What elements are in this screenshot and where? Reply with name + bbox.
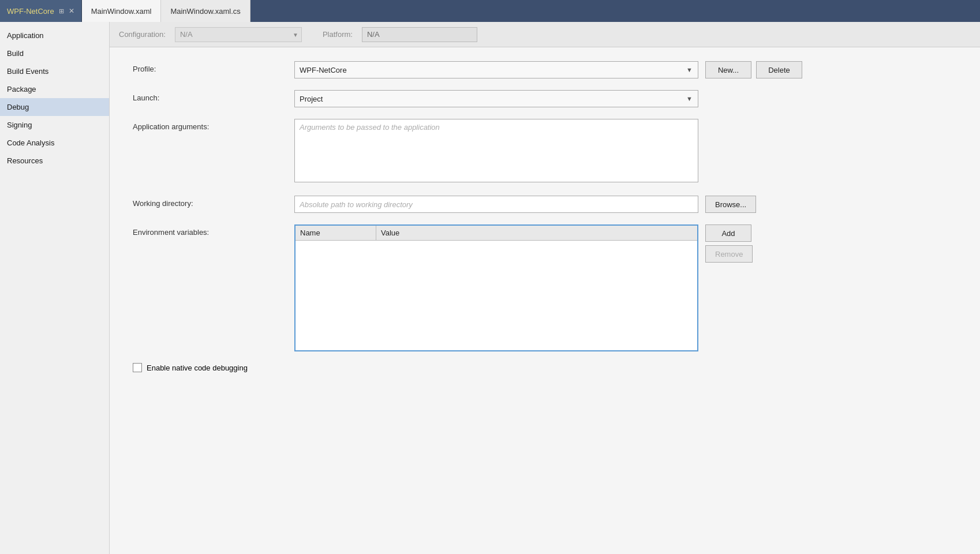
env-vars-control: Name Value — [294, 224, 698, 351]
browse-button[interactable]: Browse... — [705, 196, 756, 213]
platform-label: Platform: — [323, 30, 353, 39]
app-args-row: Application arguments: — [133, 119, 957, 184]
env-table: Name Value — [294, 224, 698, 351]
sidebar-item-application[interactable]: Application — [0, 27, 109, 44]
working-dir-row: Working directory: Browse... — [133, 196, 957, 213]
launch-control: Project — [294, 90, 698, 107]
project-tab[interactable]: WPF-NetCore ⊞ ✕ — [0, 0, 82, 22]
launch-label: Launch: — [133, 90, 294, 102]
app-args-control — [294, 119, 698, 184]
configuration-select-wrap: N/A — [175, 27, 302, 42]
launch-row: Launch: Project — [133, 90, 957, 107]
working-dir-control — [294, 196, 698, 213]
sidebar-item-code-analysis[interactable]: Code Analysis — [0, 134, 109, 152]
env-table-body[interactable] — [296, 241, 697, 350]
project-tab-label: WPF-NetCore — [7, 7, 54, 16]
profile-label: Profile: — [133, 61, 294, 73]
configuration-select[interactable]: N/A — [175, 27, 302, 42]
sidebar-item-build-events[interactable]: Build Events — [0, 62, 109, 80]
app-args-input[interactable] — [294, 119, 698, 182]
env-col-name-header: Name — [296, 226, 376, 240]
close-icon[interactable]: ✕ — [69, 7, 74, 15]
profile-actions: New... Delete — [705, 61, 802, 78]
tab-mainwindow-xaml[interactable]: MainWindow.xaml — [82, 0, 162, 22]
sidebar-item-build[interactable]: Build — [0, 44, 109, 62]
env-vars-actions: Add Remove — [705, 224, 753, 263]
env-table-header: Name Value — [296, 226, 697, 241]
env-vars-row: Environment variables: Name Value Add Re… — [133, 224, 957, 351]
sidebar-item-package[interactable]: Package — [0, 80, 109, 98]
working-dir-actions: Browse... — [705, 196, 756, 213]
env-vars-label: Environment variables: — [133, 224, 294, 237]
tab-bar: WPF-NetCore ⊞ ✕ MainWindow.xaml MainWind… — [0, 0, 980, 22]
tab-mainwindow-xaml-cs[interactable]: MainWindow.xaml.cs — [161, 0, 250, 22]
remove-button[interactable]: Remove — [705, 245, 753, 263]
platform-value: N/A — [362, 27, 477, 42]
working-dir-input[interactable] — [294, 196, 698, 213]
form-content: Profile: WPF-NetCore New... Delete Launc… — [110, 47, 980, 386]
native-debug-checkbox[interactable] — [133, 363, 142, 372]
sidebar: Application Build Build Events Package D… — [0, 22, 110, 554]
env-col-value-header: Value — [376, 226, 697, 240]
launch-select-wrap: Project — [294, 90, 698, 107]
content-area: Configuration: N/A Platform: N/A Profile… — [110, 22, 980, 554]
profile-row: Profile: WPF-NetCore New... Delete — [133, 61, 957, 78]
app-args-label: Application arguments: — [133, 119, 294, 131]
new-button[interactable]: New... — [705, 61, 751, 78]
native-debug-row: Enable native code debugging — [133, 363, 957, 372]
sidebar-item-signing[interactable]: Signing — [0, 116, 109, 134]
profile-select-wrap: WPF-NetCore — [294, 61, 698, 78]
add-button[interactable]: Add — [705, 224, 751, 242]
configuration-label: Configuration: — [119, 30, 166, 39]
native-debug-label: Enable native code debugging — [147, 364, 248, 372]
pin-icon[interactable]: ⊞ — [59, 8, 64, 15]
working-dir-label: Working directory: — [133, 196, 294, 208]
main-layout: Application Build Build Events Package D… — [0, 22, 980, 554]
config-bar: Configuration: N/A Platform: N/A — [110, 22, 980, 47]
launch-select[interactable]: Project — [294, 90, 698, 107]
sidebar-item-debug[interactable]: Debug — [0, 98, 109, 116]
delete-button[interactable]: Delete — [756, 61, 802, 78]
profile-select[interactable]: WPF-NetCore — [294, 61, 698, 78]
sidebar-item-resources[interactable]: Resources — [0, 152, 109, 170]
profile-control: WPF-NetCore — [294, 61, 698, 78]
